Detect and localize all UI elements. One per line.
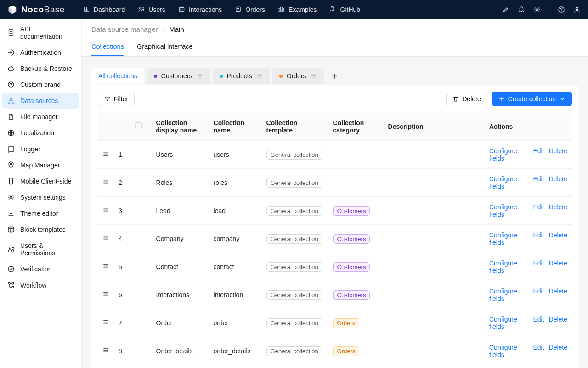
delete-link[interactable]: Delete [549, 231, 567, 246]
select-all-checkbox[interactable] [135, 122, 142, 129]
cell-display-name: Product [152, 365, 209, 368]
sidebar-item-logger[interactable]: Logger [2, 141, 79, 157]
brand-name: NocoBase [21, 5, 65, 15]
help-icon[interactable] [558, 6, 565, 13]
breadcrumb-parent[interactable]: Data source manager [91, 25, 158, 33]
delete-link[interactable]: Delete [549, 147, 567, 162]
edit-link[interactable]: Edit [533, 288, 544, 302]
sidebar-item-workflow[interactable]: Workflow [2, 277, 79, 293]
category-label: Orders [287, 72, 306, 80]
topnav-item-github[interactable]: GitHub [324, 3, 366, 16]
category-tab-customers[interactable]: Customers [147, 68, 210, 84]
category-tab-products[interactable]: Products [213, 68, 270, 84]
delete-link[interactable]: Delete [549, 259, 567, 274]
drag-handle-icon[interactable] [102, 319, 109, 326]
sidebar-item-label: Workflow [20, 282, 46, 289]
edit-link[interactable]: Edit [533, 316, 544, 330]
settings-icon[interactable] [533, 6, 541, 13]
user-icon[interactable] [573, 6, 581, 13]
sidebar-item-backup-restore[interactable]: Backup & Restore [2, 61, 79, 76]
calendar-icon [178, 6, 185, 13]
delete-link[interactable]: Delete [549, 175, 567, 190]
category-label: All collections [98, 72, 137, 80]
bank-icon [278, 6, 285, 13]
add-category-button[interactable] [327, 67, 343, 85]
drag-handle-icon[interactable] [102, 291, 109, 298]
sidebar-item-label: API documentation [20, 25, 74, 40]
sidebar-item-system-settings[interactable]: System settings [2, 190, 79, 205]
drag-handle-icon[interactable] [102, 150, 109, 157]
category-tabs: All collectionsCustomersProductsOrders [91, 67, 578, 85]
menu-icon[interactable] [197, 73, 203, 79]
drag-handle-icon[interactable] [102, 178, 109, 185]
drag-handle-icon[interactable] [102, 263, 109, 270]
template-tag: General collection [266, 318, 322, 328]
configure-fields-link[interactable]: Configure fields [489, 231, 528, 246]
tab-collections[interactable]: Collections [91, 38, 124, 56]
main-content: Data source manager › Main CollectionsGr… [82, 19, 588, 368]
configure-fields-link[interactable]: Configure fields [489, 316, 528, 330]
drag-handle-icon[interactable] [102, 235, 109, 242]
edit-link[interactable]: Edit [533, 203, 544, 218]
edit-link[interactable]: Edit [533, 231, 544, 246]
sidebar-item-mobile-client-side[interactable]: Mobile Client-side [2, 173, 79, 189]
menu-icon[interactable] [311, 73, 317, 79]
cloud-icon [7, 65, 15, 72]
delete-link[interactable]: Delete [549, 288, 567, 302]
drag-handle-icon[interactable] [102, 207, 109, 213]
delete-link[interactable]: Delete [549, 203, 567, 218]
configure-fields-link[interactable]: Configure fields [489, 147, 528, 162]
rocket-icon[interactable] [518, 6, 525, 13]
sidebar-item-theme-editor[interactable]: Theme editor [2, 206, 79, 221]
configure-fields-link[interactable]: Configure fields [489, 344, 528, 358]
category-dot [279, 75, 283, 78]
sidebar-item-block-templates[interactable]: Block templates [2, 222, 79, 237]
delete-link[interactable]: Delete [549, 316, 567, 330]
edit-link[interactable]: Edit [533, 344, 544, 358]
highlight-icon[interactable] [502, 6, 509, 13]
sidebar-item-authentication[interactable]: Authentication [2, 45, 79, 60]
cell-description [384, 281, 485, 309]
configure-fields-link[interactable]: Configure fields [489, 175, 528, 190]
sidebar-item-label: Backup & Restore [20, 65, 72, 72]
delete-button[interactable]: Delete [446, 92, 487, 106]
tab-graphical-interface[interactable]: Graphical interface [137, 38, 193, 56]
sidebar-item-file-manager[interactable]: File manager [2, 109, 79, 125]
category-dot [154, 75, 157, 78]
topnav-label: Examples [288, 6, 317, 13]
topnav-item-orders[interactable]: Orders [229, 3, 271, 16]
category-tab-orders[interactable]: Orders [272, 68, 324, 84]
cell-name: product [209, 365, 262, 368]
configure-fields-link[interactable]: Configure fields [489, 288, 528, 302]
create-collection-button[interactable]: Create collection [492, 92, 572, 106]
sidebar-item-verification[interactable]: Verification [2, 261, 79, 277]
delete-link[interactable]: Delete [549, 344, 567, 358]
sidebar-item-label: System settings [20, 194, 66, 201]
edit-link[interactable]: Edit [533, 147, 544, 162]
category-tab-all-collections[interactable]: All collections [91, 68, 144, 84]
topnav-item-dashboard[interactable]: Dashboard [78, 3, 131, 16]
menu-icon[interactable] [256, 73, 263, 79]
sidebar-item-custom-brand[interactable]: Custom brand [2, 77, 79, 92]
topnav-label: Dashboard [94, 6, 125, 13]
configure-fields-link[interactable]: Configure fields [489, 203, 528, 218]
drag-handle-icon[interactable] [102, 347, 109, 354]
cell-name: company [209, 225, 262, 253]
sidebar-item-label: Verification [20, 265, 51, 273]
topnav-item-interactions[interactable]: Interactions [173, 3, 227, 16]
sidebar-item-map-manager[interactable]: Map Manager [2, 157, 79, 173]
topnav-item-examples[interactable]: Examples [272, 3, 322, 16]
edit-link[interactable]: Edit [533, 259, 544, 274]
sidebar-item-localization[interactable]: Localization [2, 125, 79, 141]
login-icon [7, 49, 15, 56]
edit-link[interactable]: Edit [533, 175, 544, 190]
category-dot [220, 75, 223, 78]
brand-logo[interactable]: NocoBase [7, 5, 65, 15]
sidebar-item-users-permissions[interactable]: Users & Permissions [2, 238, 79, 261]
sidebar-item-data-sources[interactable]: Data sources [2, 93, 79, 109]
topnav-item-users[interactable]: Users [132, 3, 171, 16]
filter-button[interactable]: Filter [98, 92, 135, 106]
cell-description [384, 253, 485, 281]
configure-fields-link[interactable]: Configure fields [489, 259, 528, 274]
sidebar-item-api-documentation[interactable]: API documentation [2, 21, 79, 44]
